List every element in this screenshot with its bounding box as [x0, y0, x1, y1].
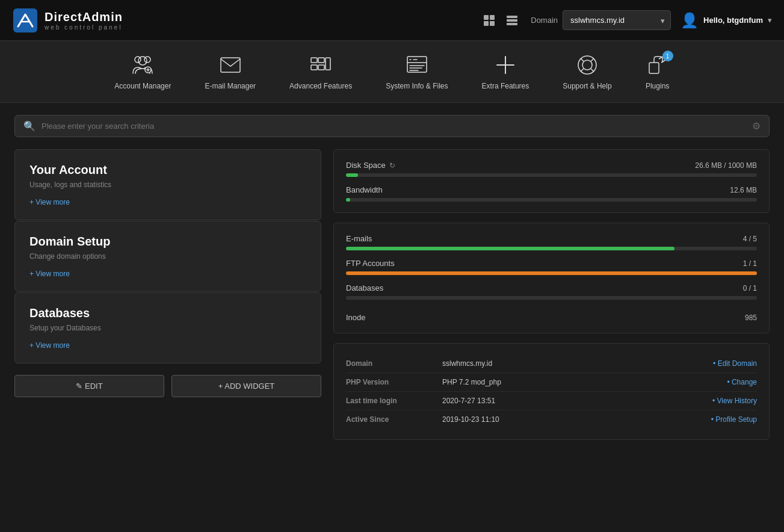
- user-greeting: Hello, btgdnfum: [703, 16, 763, 25]
- view-icons: [480, 11, 521, 29]
- disk-refresh-icon[interactable]: ↻: [389, 161, 395, 170]
- ftp-progress-bg: [346, 271, 757, 275]
- list-view-icon[interactable]: [503, 11, 521, 29]
- search-input[interactable]: [42, 122, 746, 131]
- emails-label: E-mails: [346, 234, 372, 243]
- search-icon: 🔍: [23, 120, 35, 132]
- disk-space-progress-bg: [346, 173, 757, 177]
- inode-label: Inode: [346, 313, 366, 322]
- svg-point-10: [144, 57, 150, 63]
- svg-rect-6: [507, 19, 517, 22]
- svg-rect-0: [13, 8, 37, 32]
- svg-line-29: [591, 69, 594, 72]
- svg-rect-15: [311, 58, 317, 63]
- databases-row: Databases 0 / 1: [346, 283, 757, 300]
- svg-rect-19: [326, 58, 330, 70]
- svg-rect-16: [311, 65, 317, 70]
- extra-features-icon: [493, 53, 517, 77]
- domain-val: sslwhmcs.my.id: [442, 359, 713, 368]
- nav-bar: Account Manager E-mail Manager Advanced …: [0, 41, 784, 103]
- emails-row: E-mails 4 / 5: [346, 234, 757, 250]
- header: DirectAdmin web control panel Domain ssl…: [0, 0, 784, 41]
- domain-label: Domain: [531, 16, 558, 25]
- databases-usage-value: 0 / 1: [743, 284, 757, 292]
- info-row-domain: Domain sslwhmcs.my.id • Edit Domain: [346, 354, 757, 373]
- edit-button[interactable]: ✎ EDIT: [14, 375, 164, 397]
- ftp-label: FTP Accounts: [346, 259, 395, 268]
- support-help-icon: [575, 53, 599, 77]
- svg-rect-5: [507, 16, 517, 18]
- nav-item-system-info[interactable]: System Info & Files: [369, 47, 465, 96]
- disk-space-label: Disk Space ↻: [346, 161, 395, 170]
- emails-progress-bg: [346, 247, 757, 250]
- info-row-php: PHP Version PHP 7.2 mod_php • Change: [346, 373, 757, 392]
- databases-link[interactable]: + View more: [29, 341, 70, 350]
- edit-domain-link[interactable]: • Edit Domain: [713, 359, 757, 368]
- brand-name: DirectAdmin: [45, 10, 123, 24]
- search-bar: 🔍 ⚙: [14, 115, 770, 137]
- domain-setup-link[interactable]: + View more: [29, 270, 70, 278]
- nav-label-plugins: Plugins: [646, 82, 669, 90]
- nav-label-support-help: Support & Help: [563, 82, 611, 90]
- user-caret-icon: ▾: [768, 16, 772, 25]
- nav-label-extra-features: Extra Features: [482, 82, 529, 90]
- nav-label-advanced-features: Advanced Features: [289, 82, 352, 90]
- svg-point-9: [135, 57, 141, 63]
- svg-line-26: [581, 58, 584, 61]
- disk-space-value: 26.6 MB / 1000 MB: [695, 161, 757, 170]
- domain-setup-title: Domain Setup: [29, 235, 306, 249]
- nav-label-email-manager: E-mail Manager: [205, 82, 256, 90]
- widget-your-account: Your Account Usage, logs and statistics …: [14, 149, 321, 220]
- email-manager-icon: [218, 53, 242, 77]
- brand-sub: web control panel: [45, 24, 123, 31]
- databases-title: Databases: [29, 306, 306, 320]
- user-area[interactable]: 👤 Hello, btgdnfum ▾: [681, 12, 772, 29]
- dashboard: Your Account Usage, logs and statistics …: [14, 149, 770, 440]
- svg-rect-1: [484, 15, 489, 20]
- domain-info-card: Domain sslwhmcs.my.id • Edit Domain PHP …: [333, 343, 770, 440]
- nav-label-system-info: System Info & Files: [386, 82, 448, 90]
- ftp-value: 1 / 1: [743, 259, 757, 268]
- domain-selector: Domain sslwhmcs.my.id: [531, 10, 671, 30]
- grid-view-icon[interactable]: [480, 11, 498, 29]
- change-php-link[interactable]: • Change: [727, 378, 757, 386]
- stats-card: Disk Space ↻ 26.6 MB / 1000 MB Bandwidth…: [333, 149, 770, 213]
- databases-usage-label: Databases: [346, 283, 383, 292]
- lastlogin-key: Last time login: [346, 397, 442, 405]
- disk-space-progress-fill: [346, 173, 358, 177]
- your-account-desc: Usage, logs and statistics: [29, 181, 306, 189]
- add-widget-button[interactable]: + ADD WIDGET: [171, 375, 321, 397]
- account-manager-icon: [131, 53, 155, 77]
- svg-rect-2: [490, 15, 495, 20]
- view-history-link[interactable]: • View History: [712, 397, 757, 405]
- header-right: Domain sslwhmcs.my.id 👤 Hello, btgdnfum …: [480, 10, 772, 30]
- svg-rect-4: [490, 21, 495, 26]
- databases-progress-bg: [346, 296, 757, 300]
- right-panel: Disk Space ↻ 26.6 MB / 1000 MB Bandwidth…: [333, 149, 770, 440]
- domain-dropdown[interactable]: sslwhmcs.my.id: [563, 10, 671, 30]
- svg-line-27: [591, 58, 594, 61]
- svg-rect-14: [221, 58, 240, 72]
- nav-item-support-help[interactable]: Support & Help: [546, 47, 628, 96]
- your-account-link[interactable]: + View more: [29, 198, 70, 206]
- bandwidth-progress-bg: [346, 198, 757, 202]
- inode-value: 985: [745, 314, 757, 322]
- profile-setup-link[interactable]: • Profile Setup: [711, 415, 757, 424]
- search-settings-icon[interactable]: ⚙: [752, 120, 761, 132]
- ftp-row: FTP Accounts 1 / 1: [346, 259, 757, 275]
- nav-item-extra-features[interactable]: Extra Features: [465, 47, 546, 96]
- nav-item-account-manager[interactable]: Account Manager: [97, 47, 188, 96]
- nav-item-email-manager[interactable]: E-mail Manager: [188, 47, 273, 96]
- svg-line-28: [581, 69, 584, 72]
- svg-rect-17: [318, 58, 324, 63]
- main-content: 🔍 ⚙ Your Account Usage, logs and statist…: [0, 103, 784, 452]
- your-account-title: Your Account: [29, 163, 306, 177]
- svg-point-8: [138, 57, 147, 65]
- svg-point-25: [582, 60, 592, 70]
- advanced-features-icon: [309, 53, 333, 77]
- nav-item-plugins[interactable]: 1 Plugins: [629, 47, 687, 96]
- nav-item-advanced-features[interactable]: Advanced Features: [273, 47, 369, 96]
- logo-text: DirectAdmin web control panel: [45, 10, 123, 31]
- disk-space-row: Disk Space ↻ 26.6 MB / 1000 MB: [346, 161, 757, 177]
- domain-dropdown-wrap: sslwhmcs.my.id: [563, 10, 671, 30]
